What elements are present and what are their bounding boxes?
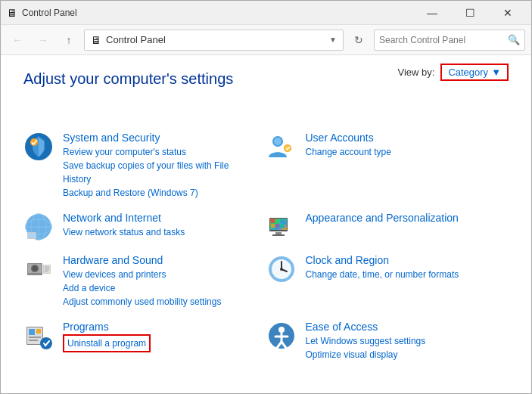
- svg-rect-16: [275, 232, 282, 234]
- svg-rect-43: [36, 329, 41, 334]
- svg-rect-22: [275, 224, 279, 228]
- clock-link-1[interactable]: Change date, time, or number formats: [306, 268, 502, 281]
- svg-point-39: [280, 268, 283, 271]
- address-field[interactable]: 🖥 Control Panel ▼: [84, 29, 344, 51]
- hardware-link-2[interactable]: Add a device: [63, 281, 259, 295]
- hardware-link-3[interactable]: Adjust commonly used mobility settings: [63, 295, 259, 309]
- window-controls: — ☐ ✕: [415, 1, 525, 25]
- forward-button[interactable]: →: [33, 29, 54, 51]
- refresh-button[interactable]: ↻: [348, 29, 369, 51]
- programs-link-1[interactable]: Uninstall a program: [63, 334, 151, 352]
- item-network-internet: Network and Internet View network status…: [23, 206, 266, 248]
- svg-point-27: [33, 266, 37, 271]
- svg-point-1: [30, 138, 38, 146]
- user-accounts-content: User Accounts Change account type: [306, 132, 502, 159]
- view-by: View by: Category ▼: [397, 64, 509, 81]
- ease-access-title[interactable]: Ease of Access: [306, 321, 502, 333]
- item-programs: Programs Uninstall a program: [23, 315, 266, 368]
- item-system-security: System and Security Review your computer…: [23, 126, 266, 206]
- system-security-link-1[interactable]: Review your computer's status: [63, 145, 259, 159]
- network-content: Network and Internet View network status…: [63, 212, 259, 239]
- hardware-icon: [23, 254, 54, 284]
- network-title[interactable]: Network and Internet: [63, 212, 259, 224]
- system-security-link-2[interactable]: Save backup copies of your files with Fi…: [63, 159, 259, 186]
- back-button[interactable]: ←: [7, 29, 28, 51]
- clock-title[interactable]: Clock and Region: [306, 254, 502, 266]
- system-security-icon: [23, 132, 54, 162]
- svg-rect-21: [271, 224, 275, 228]
- svg-rect-12: [28, 233, 36, 237]
- programs-content: Programs Uninstall a program: [63, 321, 259, 352]
- user-accounts-title[interactable]: User Accounts: [306, 132, 502, 144]
- appearance-content: Appearance and Personalization: [306, 212, 502, 225]
- search-input[interactable]: [379, 35, 505, 45]
- svg-rect-19: [275, 219, 279, 223]
- svg-point-46: [40, 337, 52, 349]
- clock-icon: [266, 254, 297, 284]
- title-bar-left: 🖥 Control Panel: [7, 7, 77, 19]
- svg-point-5: [285, 146, 290, 151]
- address-text: Control Panel: [106, 34, 325, 45]
- user-accounts-link-1[interactable]: Change account type: [306, 145, 502, 159]
- hardware-content: Hardware and Sound View devices and prin…: [63, 254, 259, 309]
- ease-access-link-2[interactable]: Optimize visual display: [306, 348, 502, 361]
- programs-title[interactable]: Programs: [63, 321, 259, 333]
- svg-rect-20: [280, 219, 284, 223]
- search-icon[interactable]: 🔍: [508, 34, 520, 45]
- maximize-button[interactable]: ☐: [453, 1, 487, 25]
- hardware-link-1[interactable]: View devices and printers: [63, 268, 259, 281]
- dropdown-arrow-icon: ▼: [491, 67, 501, 78]
- category-dropdown[interactable]: Category ▼: [440, 64, 509, 81]
- ease-access-link-1[interactable]: Let Windows suggest settings: [306, 334, 502, 348]
- main-content: Adjust your computer's settings View by:…: [1, 55, 531, 383]
- category-value: Category: [448, 67, 488, 78]
- svg-rect-23: [280, 224, 284, 228]
- system-security-link-3[interactable]: Backup and Restore (Windows 7): [63, 186, 259, 200]
- items-grid: System and Security Review your computer…: [23, 126, 509, 368]
- appearance-title[interactable]: Appearance and Personalization: [306, 212, 502, 224]
- item-clock-region: Clock and Region Change date, time, or n…: [266, 248, 509, 315]
- address-bar: ← → ↑ 🖥 Control Panel ▼ ↻ 🔍: [1, 25, 531, 55]
- window-title: Control Panel: [22, 8, 77, 18]
- up-button[interactable]: ↑: [58, 29, 79, 51]
- user-accounts-icon: [266, 132, 297, 162]
- app-icon: 🖥: [7, 7, 17, 19]
- item-user-accounts: User Accounts Change account type: [266, 126, 509, 206]
- minimize-button[interactable]: —: [415, 1, 450, 25]
- system-security-title[interactable]: System and Security: [63, 132, 259, 144]
- network-link-1[interactable]: View network status and tasks: [63, 225, 259, 239]
- network-icon: [23, 212, 54, 242]
- ease-access-content: Ease of Access Let Windows suggest setti…: [306, 321, 502, 361]
- svg-rect-42: [29, 329, 35, 335]
- address-chevron-icon: ▼: [329, 36, 337, 44]
- ease-access-icon: [266, 321, 297, 351]
- item-appearance: Appearance and Personalization: [266, 206, 509, 248]
- svg-rect-45: [29, 340, 38, 341]
- viewby-label: View by:: [397, 67, 434, 78]
- close-button[interactable]: ✕: [490, 1, 525, 25]
- address-icon: 🖥: [91, 34, 101, 46]
- item-hardware-sound: Hardware and Sound View devices and prin…: [23, 248, 266, 315]
- hardware-title[interactable]: Hardware and Sound: [63, 254, 259, 266]
- page-title: Adjust your computer's settings: [23, 70, 233, 88]
- svg-rect-17: [272, 234, 285, 236]
- search-box[interactable]: 🔍: [374, 29, 525, 51]
- svg-rect-44: [29, 337, 41, 338]
- svg-point-3: [274, 138, 282, 145]
- programs-icon: [23, 321, 54, 351]
- title-bar: 🖥 Control Panel — ☐ ✕: [1, 1, 531, 25]
- svg-rect-18: [271, 219, 275, 223]
- appearance-icon: [266, 212, 297, 242]
- system-security-content: System and Security Review your computer…: [63, 132, 259, 200]
- clock-content: Clock and Region Change date, time, or n…: [306, 254, 502, 281]
- item-ease-access: Ease of Access Let Windows suggest setti…: [266, 315, 509, 368]
